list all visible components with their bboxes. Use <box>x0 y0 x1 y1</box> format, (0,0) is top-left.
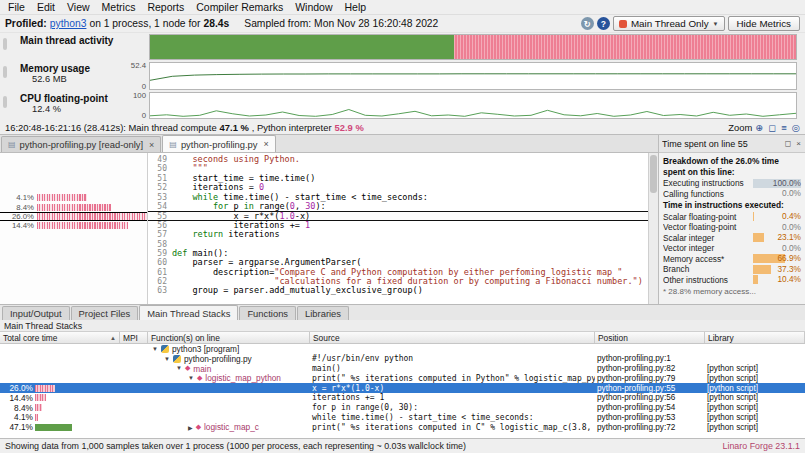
minimap-mark[interactable]: 8.4% <box>0 202 147 211</box>
tree-arrow-icon[interactable]: ▼ <box>152 346 158 352</box>
tab-close-icon[interactable]: × <box>149 140 154 150</box>
select-region-icon[interactable]: ◎ <box>792 122 800 133</box>
breakdown-value: 66.9% <box>753 254 801 263</box>
row-drag-handle[interactable] <box>3 96 7 108</box>
cpu-chart[interactable] <box>149 92 797 119</box>
code-scrollbar[interactable] <box>648 153 658 304</box>
breakdown-percent: 66.9% <box>777 253 801 263</box>
table-row[interactable]: 14.4%iterations += 1python-profiling.py:… <box>0 393 805 403</box>
cell-function: ▼◆main <box>148 364 310 374</box>
editor-tab[interactable]: ▤python-profiling.py× <box>162 135 275 152</box>
table-row[interactable]: ▼python-profiling.py#!/usr/bin/env pytho… <box>0 354 805 364</box>
cell-source: iterations += 1 <box>310 393 595 403</box>
program-link[interactable]: python3 <box>50 18 87 29</box>
column-mpi[interactable]: MPI <box>120 332 148 343</box>
profiled-label: Profiled: <box>5 18 47 29</box>
cell-function <box>148 383 310 393</box>
code-area[interactable]: 49 seconds using Python.50 """51 start_t… <box>148 153 648 304</box>
menu-item-reports[interactable]: Reports <box>141 0 190 14</box>
minimap[interactable]: 4.1%8.4%26.0%14.4% <box>0 153 148 304</box>
metrics-menu-icon[interactable]: ≡ <box>781 122 787 133</box>
tree-arrow-icon[interactable]: ▼ <box>176 365 182 371</box>
bottom-tab-input-output[interactable]: Input/Output <box>2 306 70 320</box>
cell-position <box>595 344 705 354</box>
hide-metrics-button[interactable]: Hide Metrics <box>728 16 800 31</box>
breakdown-row: Calling functions0.0% <box>661 189 803 200</box>
code-line[interactable]: 54 for p in range(0, 30): <box>148 202 648 211</box>
column-position[interactable]: Position <box>595 332 705 343</box>
thread-icon <box>619 20 627 28</box>
column-total-core-time[interactable]: Total core time▲ <box>0 332 120 343</box>
code-line[interactable]: 49 seconds using Python. <box>148 155 648 164</box>
breakdown-label: Branch <box>663 264 753 274</box>
menu-item-window[interactable]: Window <box>289 0 338 14</box>
table-row[interactable]: 8.4%for p in range(0, 30):python-profili… <box>0 403 805 413</box>
editor-tab[interactable]: ▤python-profiling.py [read-only]× <box>1 136 161 152</box>
table-row[interactable]: 26.0%x = r*x*(1.0-x)python-profiling.py:… <box>0 383 805 393</box>
menu-item-file[interactable]: File <box>2 0 31 14</box>
code-line[interactable]: 63 group = parser.add_mutually_exclusive… <box>148 286 648 295</box>
tab-close-icon[interactable]: × <box>264 139 269 149</box>
status-text: Showing data from 1,000 samples taken ov… <box>5 441 466 451</box>
status-bar: Showing data from 1,000 samples taken ov… <box>0 438 805 453</box>
table-row[interactable]: ▼python3 [program] <box>0 344 805 354</box>
zoom-reset-icon[interactable]: ◻ <box>768 122 776 133</box>
cell-total-core-time: 26.0% <box>0 383 120 393</box>
breakdown-heading: Breakdown of the 26.0% time spent on thi… <box>661 155 803 178</box>
zoom-in-icon[interactable]: ⊕ <box>755 122 763 133</box>
minimap-mark[interactable]: 14.4% <box>0 221 147 230</box>
bottom-tab-project-files[interactable]: Project Files <box>71 306 139 320</box>
activity-chart[interactable] <box>149 34 797 60</box>
menu-item-compiler-remarks[interactable]: Compiler Remarks <box>190 0 289 14</box>
column-library[interactable]: Library <box>705 332 805 343</box>
time-bar <box>35 424 72 431</box>
minimap-bar <box>37 204 111 211</box>
menu-item-metrics[interactable]: Metrics <box>96 0 142 14</box>
breakdown-percent: 0.0% <box>782 188 801 198</box>
line-number: 54 <box>148 202 172 211</box>
cell-total-core-time <box>0 373 120 383</box>
bottom-tab-libraries[interactable]: Libraries <box>297 306 349 320</box>
thread-selector[interactable]: Main Thread Only ▼ <box>613 16 725 31</box>
breakdown-value: 0.4% <box>753 212 801 221</box>
stacks-panel-title: Main Thread Stacks <box>0 320 805 332</box>
bottom-tab-functions[interactable]: Functions <box>239 306 296 320</box>
scrollbar-thumb[interactable] <box>650 155 657 193</box>
zoom-label[interactable]: Zoom <box>728 122 752 133</box>
tree-arrow-icon[interactable]: ▶ <box>188 424 193 431</box>
breakdown-row: Vector floating-point0.0% <box>661 222 803 233</box>
column-source[interactable]: Source <box>310 332 595 343</box>
tree-arrow-icon[interactable]: ▼ <box>164 356 170 362</box>
breakdown-row: Vector integer0.0% <box>661 243 803 254</box>
column-functions[interactable]: Function(s) on line <box>148 332 310 343</box>
menu-item-edit[interactable]: Edit <box>31 0 61 14</box>
help-icon[interactable]: ? <box>597 17 610 30</box>
time-bar <box>35 414 38 421</box>
breakdown-footnote: * 28.8% memory access... <box>661 285 803 298</box>
row-drag-handle[interactable] <box>3 38 7 50</box>
tree-arrow-icon[interactable]: ▼ <box>188 375 194 381</box>
menu-item-help[interactable]: Help <box>339 0 373 14</box>
code-line[interactable]: 57 return iterations <box>148 230 648 239</box>
table-row[interactable]: ▼◆logistic_map_pythonprint(" %s iteratio… <box>0 373 805 383</box>
line-number: 56 <box>148 221 172 230</box>
row-drag-handle[interactable] <box>3 66 7 78</box>
metric-title-activity: Main thread activity <box>20 35 116 46</box>
table-row[interactable]: 47.1%▶◆logistic_map_cprint(" %s iteratio… <box>0 422 805 432</box>
minimap-mark[interactable]: 4.1% <box>0 193 147 202</box>
memory-chart[interactable] <box>149 62 797 90</box>
breakdown-bar <box>753 233 764 242</box>
table-row[interactable]: ▼◆mainmain()python-profiling.py:82[pytho… <box>0 364 805 374</box>
minimap-mark[interactable]: 26.0% <box>0 212 147 221</box>
detach-icon[interactable]: ◻ <box>784 139 793 148</box>
restart-icon[interactable]: ↻ <box>581 17 594 30</box>
table-row[interactable]: 4.1%while time.time() - start_time < tim… <box>0 413 805 423</box>
close-icon[interactable]: × <box>795 139 802 148</box>
cell-mpi <box>120 344 148 354</box>
bottom-tab-main-thread-stacks[interactable]: Main Thread Stacks <box>139 305 238 320</box>
time-percent: 8.4% <box>2 403 35 413</box>
menu-item-view[interactable]: View <box>61 0 96 14</box>
code-text: x = r*x*(1.0-x) <box>172 212 310 219</box>
line-number: 63 <box>148 286 172 295</box>
interpreter-percent: 52.9 % <box>335 122 364 133</box>
